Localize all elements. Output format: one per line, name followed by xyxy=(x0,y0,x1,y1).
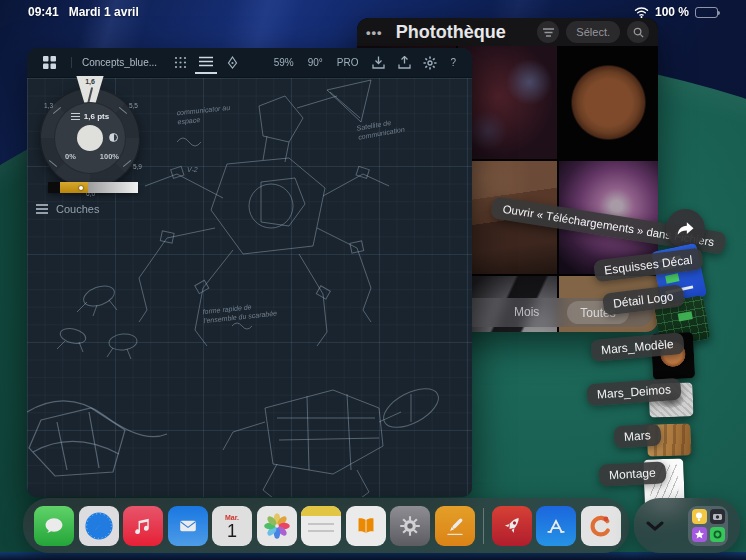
forward-arrow-icon xyxy=(676,219,696,239)
battery-percent: 100 % xyxy=(655,5,689,19)
calendar-day: 1 xyxy=(227,521,237,542)
flower-icon xyxy=(261,510,293,542)
rocket-icon xyxy=(498,512,526,540)
opacity-min-label: 0% xyxy=(65,152,76,161)
active-tool-size: 1,6 xyxy=(85,78,95,85)
dock-app-calendar[interactable]: Mar. 1 xyxy=(212,506,252,546)
pen-nib-icon xyxy=(226,56,239,69)
music-note-icon xyxy=(131,514,155,538)
share-button[interactable] xyxy=(666,209,705,248)
photos-title: Photothèque xyxy=(396,22,531,43)
ipad-screen: ••• Photothèque Sélect. Mois Toutes xyxy=(0,0,746,560)
dock-app-messages[interactable] xyxy=(34,506,74,546)
annotation-version: V-2 xyxy=(187,166,198,175)
contrast-icon xyxy=(109,133,118,142)
layers-panel-header[interactable]: Couches xyxy=(36,203,99,215)
dock-app-concepts-pen[interactable] xyxy=(435,506,475,546)
dock-app-concepts[interactable] xyxy=(581,506,621,546)
import-button[interactable] xyxy=(367,52,389,74)
lightbulb-icon xyxy=(695,512,703,522)
gear-icon xyxy=(423,56,437,70)
dock-app-library[interactable] xyxy=(688,506,728,546)
wifi-icon xyxy=(634,6,649,18)
more-options-button[interactable]: ••• xyxy=(366,25,383,40)
drag-item-label: Montage xyxy=(598,461,666,486)
layers-button[interactable] xyxy=(195,52,217,74)
export-button[interactable] xyxy=(393,52,415,74)
notes-header-strip xyxy=(301,506,341,516)
filter-lines-icon xyxy=(543,28,554,37)
ring-size-label: 5,9 xyxy=(133,163,142,170)
precision-grid-button[interactable] xyxy=(169,52,191,74)
dock-app-mail[interactable] xyxy=(168,506,208,546)
app-library-star-tile xyxy=(692,527,707,542)
app-library-lightbulb-tile xyxy=(692,509,707,524)
segment-months[interactable]: Mois xyxy=(514,305,539,319)
concepts-window: communicator au espace Satellite de comm… xyxy=(27,48,472,497)
app-library-game-tile xyxy=(710,527,725,542)
pen-icon xyxy=(441,512,469,540)
ring-size-label: 5,5 xyxy=(129,102,138,109)
battery-icon xyxy=(695,7,718,18)
drag-item-label: Mars xyxy=(613,423,661,448)
search-button[interactable] xyxy=(627,21,649,43)
dock-app-books[interactable] xyxy=(346,506,386,546)
stroke-lines-icon xyxy=(71,116,80,118)
tool-settings-disc[interactable]: 1,6 pts 0% 100% xyxy=(54,102,126,174)
app-grid-button[interactable] xyxy=(38,52,60,74)
settings-button[interactable] xyxy=(419,52,441,74)
notes-line xyxy=(308,523,334,525)
app-library-camera-tile xyxy=(710,509,725,524)
selection-tool-button[interactable] xyxy=(221,52,243,74)
export-arrow-icon xyxy=(398,56,411,69)
filter-button[interactable] xyxy=(537,21,559,43)
dock-divider xyxy=(483,508,484,544)
color-slider-gray xyxy=(88,182,138,193)
dock-app-settings[interactable] xyxy=(390,506,430,546)
tool-wheel[interactable]: 1,6 1,3 5,5 5,9 6,0 1,6 pts 0% 100% xyxy=(40,88,140,188)
concepts-toolbar: Concepts_blue... 59% 90° PRO ? xyxy=(27,48,472,78)
envelope-icon xyxy=(175,513,201,539)
grid-squares-icon xyxy=(43,56,56,69)
app-store-a-icon xyxy=(542,512,570,540)
wallpaper-bottom-edge xyxy=(0,552,746,560)
compass-icon xyxy=(82,509,116,543)
layers-panel-label: Couches xyxy=(56,203,99,215)
chat-bubble-icon xyxy=(41,513,67,539)
dock-app-safari[interactable] xyxy=(79,506,119,546)
clock: 09:41 xyxy=(28,5,59,19)
color-slider[interactable] xyxy=(48,182,138,193)
zoom-level[interactable]: 59% xyxy=(274,57,294,68)
stroke-size-value: 1,6 pts xyxy=(84,112,109,121)
slider-handle[interactable] xyxy=(79,186,83,190)
search-icon xyxy=(633,27,644,38)
color-well[interactable] xyxy=(77,125,103,151)
ring-size-label: 1,3 xyxy=(44,102,53,109)
opacity-max-label: 100% xyxy=(100,152,119,161)
dock-recent-panel xyxy=(634,498,740,553)
select-button[interactable]: Sélect. xyxy=(566,21,620,43)
color-slider-gold xyxy=(60,182,88,193)
help-button[interactable]: ? xyxy=(450,57,456,68)
chevron-down-icon[interactable] xyxy=(646,521,664,531)
dock-app-rocket[interactable] xyxy=(492,506,532,546)
date: Mardi 1 avril xyxy=(69,5,139,19)
dock-app-app-store[interactable] xyxy=(536,506,576,546)
calendar-month: Mar. xyxy=(225,514,239,521)
dock-app-notes[interactable] xyxy=(301,506,341,546)
document-title[interactable]: Concepts_blue... xyxy=(71,57,157,68)
camera-icon xyxy=(713,513,722,520)
circle-icon xyxy=(713,530,722,539)
dock-app-music[interactable] xyxy=(123,506,163,546)
star-icon xyxy=(695,530,704,539)
pro-badge[interactable]: PRO xyxy=(337,57,359,68)
gear-icon xyxy=(396,512,424,540)
dock-app-photos[interactable] xyxy=(257,506,297,546)
open-book-icon xyxy=(353,513,379,539)
color-slider-black xyxy=(48,182,60,193)
concepts-c-logo-icon xyxy=(586,511,616,541)
import-arrow-icon xyxy=(372,56,385,69)
notes-line xyxy=(308,530,334,532)
stacked-lines-icon xyxy=(199,56,213,67)
canvas-rotation[interactable]: 90° xyxy=(308,57,323,68)
